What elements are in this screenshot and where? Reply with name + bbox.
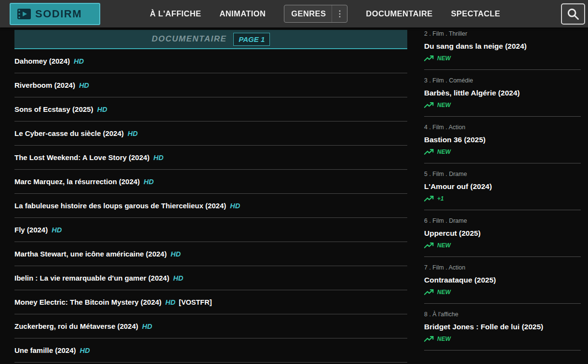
list-item[interactable]: 4 . Film . Action Bastion 36 (2025) NEW (424, 117, 581, 163)
quality-badge: HD (144, 178, 154, 186)
movie-title[interactable]: Riverboom (2024) (14, 81, 75, 89)
quality-badge: HD (80, 347, 90, 354)
badge-label: NEW (437, 55, 451, 62)
list-item[interactable]: Fly (2024) HD (14, 218, 407, 242)
list-item[interactable]: Ibelin : La vie remarquable d'un gamer (… (14, 266, 407, 290)
main-nav: À L'AFFICHE ANIMATION GENRES ⋮ DOCUMENTA… (131, 5, 500, 23)
logo[interactable]: SODIRM (10, 3, 100, 25)
quality-badge: HD (128, 130, 138, 137)
nav-item-genres[interactable]: GENRES ⋮ (284, 5, 347, 23)
list-item[interactable]: 2 . Film . Thriller Du sang dans la neig… (424, 23, 581, 70)
rank-category: 4 . Film . Action (424, 124, 581, 131)
quality-badge: HD (165, 298, 175, 306)
badge-label: NEW (437, 289, 451, 296)
quality-badge: HD (97, 106, 107, 113)
badge-label: NEW (437, 336, 451, 342)
list-item[interactable]: Le Cyber-casse du siècle (2024) HD (14, 121, 407, 146)
movie-title[interactable]: Une famille (2024) (14, 346, 76, 354)
rank-category: 8 . À l'affiche (424, 311, 581, 318)
movie-list: Dahomey (2024) HD Riverboom (2024) HD So… (14, 49, 407, 363)
quality-badge: HD (173, 274, 183, 282)
list-item[interactable]: Dahomey (2024) HD (14, 49, 407, 73)
top-movies-sidebar: 2 . Film . Thriller Du sang dans la neig… (424, 23, 581, 351)
vertical-dots-icon[interactable]: ⋮ (332, 5, 347, 22)
badge-label: NEW (437, 102, 451, 108)
list-item[interactable]: 6 . Film . Drame Uppercut (2025) NEW (424, 210, 581, 257)
badge-label: NEW (437, 242, 451, 249)
top-nav-bar: SODIRM À L'AFFICHE ANIMATION GENRES ⋮ DO… (0, 0, 588, 27)
badge-label: NEW (437, 148, 451, 155)
search-icon (566, 7, 580, 21)
new-badge: NEW (424, 55, 581, 62)
page-content: DOCUMENTAIRE PAGE 1 Dahomey (2024) HD Ri… (0, 0, 588, 363)
movie-title[interactable]: La fabuleuse histoire des loups garous d… (14, 202, 226, 210)
rank-category: 3 . Film . Comédie (424, 77, 581, 84)
list-item[interactable]: La fabuleuse histoire des loups garous d… (14, 194, 407, 218)
movie-title[interactable]: Money Electric: The Bitcoin Mystery (202… (14, 298, 161, 306)
list-item[interactable]: Marc Marquez, la résurrection (2024) HD (14, 170, 407, 194)
rank-category: 7 . Film . Action (424, 264, 581, 271)
movie-title[interactable]: Du sang dans la neige (2024) (424, 42, 581, 51)
trending-up-icon (424, 102, 434, 108)
movie-title[interactable]: Bastion 36 (2025) (424, 135, 581, 144)
quality-badge: HD (142, 323, 152, 330)
movie-title[interactable]: Contraataque (2025) (424, 276, 581, 284)
nav-genres-label: GENRES (284, 5, 332, 22)
movie-title[interactable]: Zuckerberg, roi du Métaverse (2024) (14, 322, 138, 330)
movie-title[interactable]: Fly (2024) (14, 226, 48, 234)
movie-title[interactable]: The Lost Weekend: A Love Story (2024) (14, 153, 149, 162)
quality-badge: HD (153, 154, 163, 162)
nav-item-animation[interactable]: ANIMATION (219, 9, 266, 18)
movie-title[interactable]: Marc Marquez, la résurrection (2024) (14, 177, 140, 186)
list-item[interactable]: 8 . À l'affiche Bridget Jones : Folle de… (424, 304, 581, 351)
list-item[interactable]: Sons of Ecstasy (2025) HD (14, 97, 407, 121)
rank-category: 2 . Film . Thriller (424, 30, 581, 37)
new-badge: NEW (424, 102, 581, 108)
nav-item-documentaire[interactable]: DOCUMENTAIRE (366, 9, 432, 18)
new-badge: +1 (424, 195, 581, 202)
list-item[interactable]: 5 . Film . Drame L'Amour ouf (2024) +1 (424, 163, 581, 210)
search-button[interactable] (561, 3, 585, 25)
quality-badge: HD (230, 202, 240, 210)
trending-up-icon (424, 242, 434, 249)
list-item[interactable]: Riverboom (2024) HD (14, 73, 407, 97)
rank-category: 5 . Film . Drame (424, 171, 581, 177)
movie-title[interactable]: Ibelin : La vie remarquable d'un gamer (… (14, 274, 169, 282)
section-header: DOCUMENTAIRE PAGE 1 (14, 30, 407, 49)
nav-item-a-laffiche[interactable]: À L'AFFICHE (150, 9, 201, 18)
new-badge: NEW (424, 289, 581, 296)
list-item[interactable]: Martha Stewart, une icône américaine (20… (14, 242, 407, 266)
nav-item-spectacle[interactable]: SPECTACLE (451, 9, 500, 18)
trending-up-icon (424, 336, 434, 342)
list-item[interactable]: Money Electric: The Bitcoin Mystery (202… (14, 290, 407, 314)
list-item[interactable]: Zuckerberg, roi du Métaverse (2024) HD (14, 314, 407, 338)
movie-title[interactable]: Martha Stewart, une icône américaine (20… (14, 250, 167, 258)
logo-text: SODIRM (35, 8, 82, 20)
movie-title[interactable]: Dahomey (2024) (14, 57, 70, 65)
quality-badge: HD (52, 226, 62, 234)
language-note: [VOSTFR] (179, 298, 212, 306)
list-item[interactable]: Une famille (2024) HD (14, 338, 407, 363)
movie-title[interactable]: Bridget Jones : Folle de lui (2025) (424, 323, 581, 331)
movie-title[interactable]: Barbès, little Algérie (2024) (424, 89, 581, 97)
quality-badge: HD (171, 250, 181, 258)
new-badge: NEW (424, 242, 581, 249)
trending-up-icon (424, 289, 434, 296)
list-item[interactable]: 7 . Film . Action Contraataque (2025) NE… (424, 257, 581, 304)
documentaire-section: DOCUMENTAIRE PAGE 1 Dahomey (2024) HD Ri… (14, 27, 407, 363)
trending-up-icon (424, 55, 434, 62)
list-item[interactable]: The Lost Weekend: A Love Story (2024) HD (14, 146, 407, 170)
movie-title[interactable]: Sons of Ecstasy (2025) (14, 105, 93, 113)
new-badge: NEW (424, 336, 581, 342)
movie-title[interactable]: Uppercut (2025) (424, 229, 581, 238)
movie-title[interactable]: L'Amour ouf (2024) (424, 182, 581, 191)
list-item[interactable]: 3 . Film . Comédie Barbès, little Algéri… (424, 70, 581, 117)
page-badge[interactable]: PAGE 1 (233, 33, 270, 46)
quality-badge: HD (79, 81, 89, 89)
trending-up-icon (424, 148, 434, 155)
badge-label: +1 (437, 195, 444, 202)
section-title: DOCUMENTAIRE (152, 34, 227, 44)
new-badge: NEW (424, 148, 581, 155)
quality-badge: HD (74, 57, 84, 65)
movie-title[interactable]: Le Cyber-casse du siècle (2024) (14, 129, 124, 137)
